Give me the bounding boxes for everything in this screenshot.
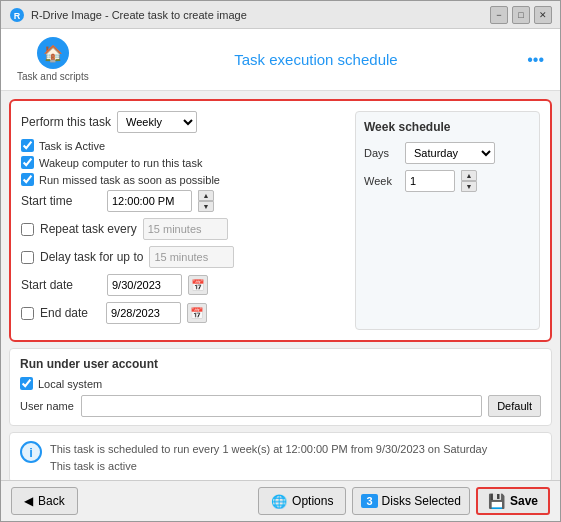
time-spin-down[interactable]: ▼ [198, 201, 214, 212]
delay-task-row: Delay task for up to [21, 246, 345, 268]
username-label: User name [20, 400, 75, 412]
footer: ◀ Back 🌐 Options 3 Disks Selected 💾 Save [1, 480, 560, 521]
week-row: Week ▲ ▼ [364, 170, 531, 192]
info-icon: i [20, 441, 42, 463]
wakeup-row: Wakeup computer to run this task [21, 156, 345, 169]
week-schedule-panel: Week schedule Days Saturday Sunday Monda… [355, 111, 540, 330]
username-input[interactable] [81, 395, 482, 417]
repeat-task-row: Repeat task every [21, 218, 345, 240]
more-options-icon[interactable]: ••• [527, 51, 544, 69]
days-label: Days [364, 147, 399, 159]
repeat-task-checkbox[interactable] [21, 223, 34, 236]
page-title: Task execution schedule [105, 51, 527, 68]
week-number-input[interactable] [405, 170, 455, 192]
task-active-label: Task is Active [39, 140, 105, 152]
left-schedule-panel: Perform this task Weekly Once Daily Mont… [21, 111, 345, 330]
window-controls: − □ ✕ [490, 6, 552, 24]
options-button[interactable]: 🌐 Options [258, 487, 346, 515]
delay-task-input [149, 246, 234, 268]
week-spin-up[interactable]: ▲ [461, 170, 477, 181]
perform-task-label: Perform this task [21, 115, 111, 129]
local-system-checkbox[interactable] [20, 377, 33, 390]
perform-task-row: Perform this task Weekly Once Daily Mont… [21, 111, 345, 133]
close-button[interactable]: ✕ [534, 6, 552, 24]
repeat-task-label: Repeat task every [40, 222, 137, 236]
home-label: Task and scripts [17, 71, 89, 82]
home-icon: 🏠 [37, 37, 69, 69]
start-date-label: Start date [21, 278, 101, 292]
week-spinner: ▲ ▼ [461, 170, 477, 192]
wakeup-label: Wakeup computer to run this task [39, 157, 202, 169]
svg-text:R: R [14, 11, 21, 21]
home-nav[interactable]: 🏠 Task and scripts [17, 37, 89, 82]
wakeup-checkbox[interactable] [21, 156, 34, 169]
repeat-task-input [143, 218, 228, 240]
days-row: Days Saturday Sunday Monday Tuesday Wedn… [364, 142, 531, 164]
schedule-panel: Perform this task Weekly Once Daily Mont… [9, 99, 552, 342]
perform-task-select[interactable]: Weekly Once Daily Monthly [117, 111, 197, 133]
days-select[interactable]: Saturday Sunday Monday Tuesday Wednesday… [405, 142, 495, 164]
start-time-spinner: ▲ ▼ [198, 190, 214, 212]
footer-right-buttons: 🌐 Options 3 Disks Selected 💾 Save [258, 487, 550, 515]
maximize-button[interactable]: □ [512, 6, 530, 24]
app-icon: R [9, 7, 25, 23]
header: 🏠 Task and scripts Task execution schedu… [1, 29, 560, 91]
save-label: Save [510, 494, 538, 508]
start-date-row: Start date 📅 [21, 274, 345, 296]
run-missed-label: Run missed task as soon as possible [39, 174, 220, 186]
week-label: Week [364, 175, 399, 187]
username-row: User name Default [20, 395, 541, 417]
end-date-calendar-icon[interactable]: 📅 [187, 303, 207, 323]
user-account-panel: Run under user account Local system User… [9, 348, 552, 426]
options-globe-icon: 🌐 [271, 494, 287, 509]
back-button[interactable]: ◀ Back [11, 487, 78, 515]
minimize-button[interactable]: − [490, 6, 508, 24]
task-active-checkbox[interactable] [21, 139, 34, 152]
local-system-row: Local system [20, 377, 541, 390]
run-missed-row: Run missed task as soon as possible [21, 173, 345, 186]
delay-task-checkbox[interactable] [21, 251, 34, 264]
default-button[interactable]: Default [488, 395, 541, 417]
back-arrow-icon: ◀ [24, 494, 33, 508]
info-panel: i This task is scheduled to run every 1 … [9, 432, 552, 480]
disks-label: Disks Selected [382, 494, 461, 508]
window-title: R-Drive Image - Create task to create im… [31, 9, 490, 21]
end-date-row: End date 📅 [21, 302, 345, 324]
options-label: Options [292, 494, 333, 508]
start-time-row: Start time ▲ ▼ [21, 190, 345, 212]
task-active-row: Task is Active [21, 139, 345, 152]
delay-task-label: Delay task for up to [40, 250, 143, 264]
user-account-title: Run under user account [20, 357, 541, 371]
back-label: Back [38, 494, 65, 508]
end-date-label: End date [40, 306, 100, 320]
week-schedule-title: Week schedule [364, 120, 531, 134]
title-bar: R R-Drive Image - Create task to create … [1, 1, 560, 29]
content-area: Perform this task Weekly Once Daily Mont… [1, 91, 560, 480]
local-system-label: Local system [38, 378, 102, 390]
save-button[interactable]: 💾 Save [476, 487, 550, 515]
end-date-input[interactable] [106, 302, 181, 324]
time-spin-up[interactable]: ▲ [198, 190, 214, 201]
run-missed-checkbox[interactable] [21, 173, 34, 186]
save-floppy-icon: 💾 [488, 493, 505, 509]
week-spin-down[interactable]: ▼ [461, 181, 477, 192]
start-date-input[interactable] [107, 274, 182, 296]
disks-selected-button[interactable]: 3 Disks Selected [352, 487, 470, 515]
main-window: R R-Drive Image - Create task to create … [0, 0, 561, 522]
info-text: This task is scheduled to run every 1 we… [50, 441, 487, 474]
end-date-checkbox[interactable] [21, 307, 34, 320]
start-date-calendar-icon[interactable]: 📅 [188, 275, 208, 295]
start-time-input[interactable] [107, 190, 192, 212]
disks-count-badge: 3 [361, 494, 377, 508]
start-time-label: Start time [21, 194, 101, 208]
